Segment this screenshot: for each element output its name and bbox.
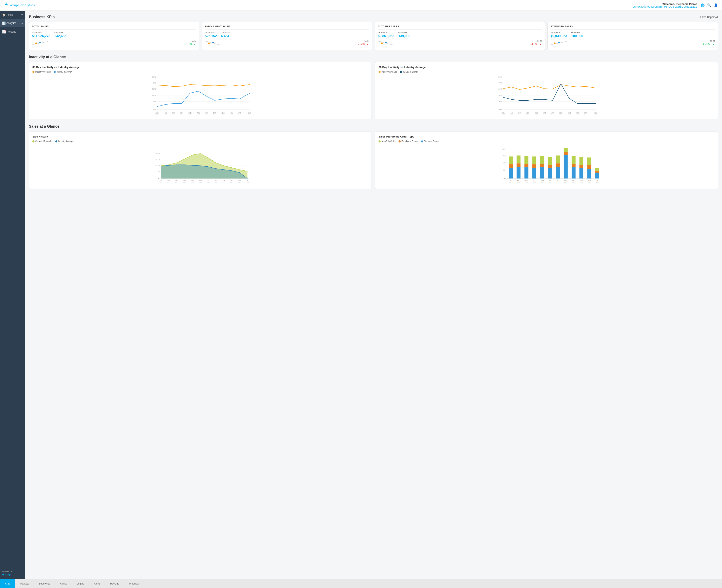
svg-text:Jun: Jun bbox=[197, 111, 200, 113]
svg-text:2022: 2022 bbox=[205, 113, 208, 114]
svg-text:Apr: Apr bbox=[533, 180, 536, 182]
svg-point-6 bbox=[208, 42, 210, 44]
kpi-bottom-0: MoM +10% ▲ bbox=[32, 40, 196, 47]
kpi-orders-col-3: ORDERS 100,000 bbox=[571, 31, 583, 38]
sparkline-3 bbox=[551, 40, 567, 47]
chevron-up-icon: ▴ bbox=[21, 22, 23, 24]
logo-area: exigo analytics bbox=[4, 2, 35, 8]
globe-icon[interactable]: 🌐 bbox=[701, 3, 705, 7]
kpi-orders-2: 139,000 bbox=[398, 34, 410, 38]
svg-text:Nov: Nov bbox=[588, 180, 591, 182]
bottom-tab-revcap[interactable]: RevCap bbox=[105, 579, 124, 588]
svg-text:$10M: $10M bbox=[156, 165, 160, 167]
kpi-bottom-3: MoM +23% ▲ bbox=[551, 40, 715, 47]
svg-text:Feb: Feb bbox=[167, 180, 170, 182]
kpi-revenue-0: $11,926,278 bbox=[32, 34, 50, 38]
sidebar-item-home[interactable]: 🏠 Home ▾ bbox=[0, 11, 25, 19]
kpi-revenue-label-1: REVENUE bbox=[205, 31, 217, 34]
svg-text:2022: 2022 bbox=[594, 113, 598, 114]
mom-value-1: -39% bbox=[358, 42, 365, 46]
legend-30day: 30 Day Inactivity bbox=[54, 71, 71, 73]
legend-enrollment: Enrollment Orders bbox=[398, 140, 418, 143]
svg-rect-166 bbox=[595, 172, 599, 178]
bottom-tab-products[interactable]: Products bbox=[124, 579, 144, 588]
svg-text:Dec: Dec bbox=[248, 111, 251, 113]
svg-text:Nov: Nov bbox=[584, 111, 587, 113]
svg-text:2022: 2022 bbox=[191, 182, 194, 183]
svg-text:Feb: Feb bbox=[164, 111, 167, 113]
chart-90day-container: 0% 10% 20% 30% 40% 50% Jan bbox=[378, 75, 714, 116]
powered-by-label: Powered By bbox=[2, 570, 23, 572]
kpi-orders-label-3: ORDERS bbox=[571, 31, 583, 34]
svg-text:2022: 2022 bbox=[175, 182, 178, 183]
chart-30day: 30 Day Inactivity vs Industry Average In… bbox=[29, 62, 372, 119]
svg-text:Jun: Jun bbox=[543, 111, 546, 113]
svg-text:Jan: Jan bbox=[156, 111, 159, 113]
svg-text:Apr: Apr bbox=[183, 180, 186, 182]
kpi-orders-label-2: ORDERS bbox=[398, 31, 410, 34]
bottom-tab-segments[interactable]: Segments bbox=[34, 579, 55, 588]
svg-text:2022: 2022 bbox=[164, 113, 167, 114]
svg-rect-138 bbox=[517, 155, 520, 163]
kpi-values-3: REVENUE $9,039,063 ORDERS 100,000 bbox=[551, 31, 715, 38]
bottom-tab-ranks[interactable]: Ranks bbox=[55, 579, 72, 588]
svg-text:2022: 2022 bbox=[549, 182, 552, 183]
bottom-tab-kpis[interactable]: KPIs bbox=[0, 579, 15, 588]
svg-text:2022: 2022 bbox=[596, 182, 599, 183]
svg-text:Dec: Dec bbox=[596, 180, 599, 182]
svg-text:0%: 0% bbox=[153, 109, 156, 111]
svg-rect-139 bbox=[524, 167, 528, 178]
filter-label[interactable]: Filter: Report All bbox=[700, 16, 718, 19]
svg-text:Aug: Aug bbox=[559, 111, 562, 113]
svg-text:2022: 2022 bbox=[214, 182, 218, 183]
chart-sale-history: Sale History Current 12 Months Industry … bbox=[29, 131, 372, 189]
sidebar-item-reports[interactable]: 📈 Reports bbox=[0, 27, 25, 36]
chart-order-type: Sales History by Order Type AutoShip Ord… bbox=[375, 131, 718, 189]
svg-rect-155 bbox=[564, 152, 568, 155]
sidebar-label-analytics: Analytics bbox=[6, 22, 21, 24]
svg-rect-165 bbox=[587, 158, 591, 165]
legend-90day: 90 Day Inactivity bbox=[400, 71, 418, 73]
svg-text:2022: 2022 bbox=[576, 113, 579, 114]
svg-text:Sep: Sep bbox=[223, 180, 225, 182]
svg-text:Apr: Apr bbox=[181, 111, 183, 113]
kpi-revenue-col-2: REVENUE $2,861,063 bbox=[378, 31, 394, 38]
mom-value-3: +23% bbox=[703, 42, 711, 46]
svg-text:2022: 2022 bbox=[510, 113, 513, 114]
kpi-bottom-1: MoM -39% ▼ bbox=[205, 40, 369, 47]
svg-text:0%: 0% bbox=[499, 109, 502, 111]
chart-30day-title: 30 Day Inactivity vs Industry Average bbox=[33, 66, 368, 69]
svg-rect-149 bbox=[548, 165, 552, 168]
svg-text:$0: $0 bbox=[158, 177, 160, 180]
mom-label-3: MoM bbox=[703, 40, 715, 42]
bottom-tab-markets[interactable]: Markets bbox=[15, 579, 34, 588]
svg-rect-145 bbox=[540, 167, 544, 178]
sidebar-item-analytics[interactable]: 📊 Analytics ▴ bbox=[0, 19, 25, 27]
search-icon[interactable]: 🔍 bbox=[707, 3, 711, 7]
bottom-tab-alerts[interactable]: Alerts bbox=[89, 579, 105, 588]
svg-text:2022: 2022 bbox=[564, 182, 567, 183]
user-icon[interactable]: 👤 bbox=[714, 3, 718, 7]
mom-arrow-0: ▲ bbox=[193, 43, 196, 46]
header-right: Welcome, Stephanie Pierce English, (UTC-… bbox=[633, 2, 718, 8]
mom-arrow-1: ▼ bbox=[366, 43, 369, 46]
svg-rect-135 bbox=[509, 156, 513, 164]
svg-text:Jan: Jan bbox=[502, 111, 504, 113]
svg-text:20%: 20% bbox=[498, 94, 502, 96]
mom-label-0: MoM bbox=[184, 40, 196, 42]
svg-rect-162 bbox=[579, 157, 583, 165]
sidebar-label-home: Home bbox=[6, 14, 21, 16]
svg-rect-151 bbox=[556, 167, 560, 178]
chart-90day: 90 Day Inactivity vs Industry Average In… bbox=[375, 62, 718, 119]
svg-text:2022: 2022 bbox=[246, 182, 249, 183]
sidebar-bottom: Powered By exigo bbox=[0, 568, 25, 579]
content-area: Business KPIs Filter: Report All TOTAL S… bbox=[25, 11, 722, 579]
bottom-tab-logins[interactable]: Logins bbox=[72, 579, 89, 588]
kpi-orders-0: 242,685 bbox=[55, 34, 66, 38]
svg-text:Jan: Jan bbox=[160, 180, 162, 182]
svg-rect-158 bbox=[572, 164, 576, 167]
svg-rect-161 bbox=[579, 165, 583, 168]
inactivity-title: Inactivity at a Glance bbox=[29, 55, 718, 59]
svg-text:2022: 2022 bbox=[518, 113, 521, 114]
kpi-title-0: TOTAL SALES bbox=[32, 25, 196, 29]
